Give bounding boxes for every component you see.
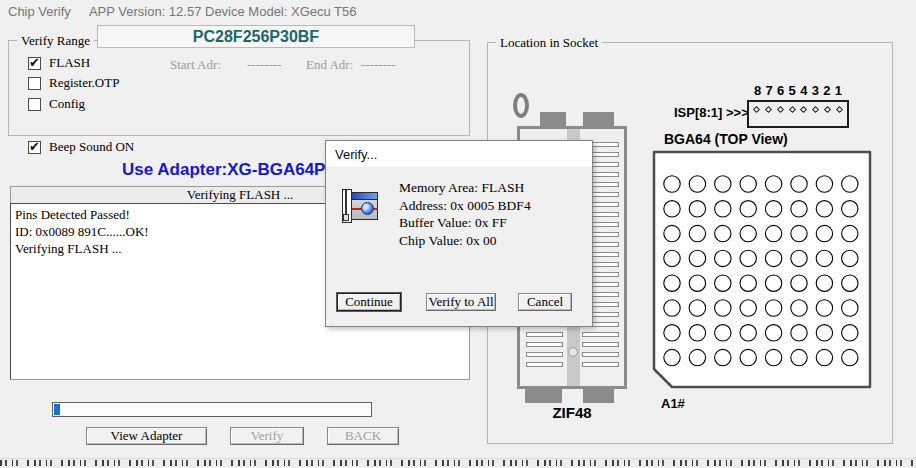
register-otp-checkbox-label: Register.OTP	[49, 75, 119, 91]
verify-dialog-info-line: Memory Area: FLASH	[399, 179, 531, 197]
checkmark-icon: ✔	[29, 139, 40, 154]
zif-channel-screw	[568, 347, 578, 357]
zif-bottom-tab	[525, 387, 562, 403]
beep-checkbox[interactable]: ✔	[28, 141, 41, 154]
window-subtitle: APP Version: 12.57 Device Model: XGecu T…	[89, 4, 357, 19]
continue-button[interactable]: Continue	[337, 293, 401, 311]
isp-pin-number: 7	[766, 83, 773, 98]
verify-dialog-title: Verify...	[335, 147, 377, 162]
window-titlebar: Chip VerifyAPP Version: 12.57 Device Mod…	[8, 4, 357, 19]
verify-dialog-info-line: Buffer Value: 0x FF	[399, 214, 531, 232]
zif-pin-slot	[526, 362, 563, 367]
isp-pin-icon	[836, 106, 843, 113]
isp-pin-number: 3	[812, 83, 819, 98]
end-adr-label: End Adr:	[306, 57, 353, 73]
isp-pin-number: 8	[754, 83, 761, 98]
checkbox-row-flash[interactable]: ✔ FLASH	[28, 56, 90, 70]
config-checkbox[interactable]	[28, 98, 41, 111]
bga64-diagram	[651, 149, 873, 394]
isp-pin-icon	[812, 106, 819, 113]
isp-pin-icon	[824, 106, 831, 113]
isp-pin-icon	[788, 106, 795, 113]
zif-pin-slot	[526, 352, 563, 357]
verify-button[interactable]: Verify	[230, 427, 304, 445]
progress-bar	[52, 402, 372, 417]
verify-range-label: Verify Range	[17, 33, 94, 49]
a1-marker-label: A1#	[661, 396, 685, 411]
isp-pin-numbers: 87654321	[747, 83, 849, 98]
verify-dialog-info-line: Address: 0x 0005 BDF4	[399, 197, 531, 215]
verify-dialog: Verify... Memory Area: FLASHAddress: 0x …	[325, 140, 593, 327]
zif-bottom-tab	[583, 387, 614, 403]
end-adr-value: --------	[361, 57, 396, 73]
flash-checkbox[interactable]: ✔	[28, 57, 41, 70]
zif48-label: ZIF48	[517, 404, 627, 421]
start-adr-label: Start Adr:	[170, 57, 221, 73]
bga64-label: BGA64 (TOP View)	[664, 131, 788, 147]
location-in-socket-label: Location in Socket	[496, 35, 602, 51]
checkbox-row-beep[interactable]: ✔ Beep Sound ON	[28, 140, 134, 154]
isp-pin-number: 1	[835, 83, 842, 98]
isp-label: ISP[8:1] >>>	[674, 105, 749, 120]
checkbox-row-register-otp[interactable]: Register.OTP	[28, 76, 119, 90]
isp-pin-icon	[753, 106, 760, 113]
isp-pin-icon	[765, 106, 772, 113]
checkmark-icon: ✔	[29, 55, 40, 70]
isp-pin-number: 5	[789, 83, 796, 98]
register-otp-checkbox[interactable]	[28, 77, 41, 90]
verify-utility-icon	[341, 189, 379, 225]
beep-checkbox-label: Beep Sound ON	[49, 139, 134, 155]
zif-top-tab	[540, 112, 566, 127]
start-adr-value: --------	[247, 57, 282, 73]
flash-checkbox-label: FLASH	[49, 55, 90, 71]
zif-pin-slot	[526, 342, 563, 347]
device-name-bar: PC28F256P30BF	[97, 25, 415, 48]
clipped-text-strip	[0, 458, 916, 468]
verify-dialog-info-line: Chip Value: 0x 00	[399, 232, 531, 250]
zif-top-tab	[583, 112, 614, 127]
window-title: Chip Verify	[8, 4, 71, 19]
zif-lever-icon	[513, 93, 529, 118]
log-header-text: Verifying FLASH ...	[187, 187, 294, 203]
config-checkbox-label: Config	[49, 96, 85, 112]
zif-pin-slot	[582, 352, 619, 357]
zif-pin-slot	[582, 332, 619, 337]
verify-dialog-info: Memory Area: FLASHAddress: 0x 0005 BDF4B…	[399, 179, 531, 249]
back-button[interactable]: BACK	[327, 427, 399, 445]
isp-pin-icon	[800, 106, 807, 113]
isp-connector	[747, 100, 849, 128]
progress-bar-fill	[54, 404, 60, 415]
verify-dialog-titlebar: Verify...	[326, 141, 592, 167]
zif-pin-slot	[582, 362, 619, 367]
chip-verify-window: Chip VerifyAPP Version: 12.57 Device Mod…	[0, 0, 916, 468]
view-adapter-button[interactable]: View Adapter	[86, 427, 207, 445]
zif-pin-slot	[582, 342, 619, 347]
adapter-notice: Use Adapter:XG-BGA64P(P2)	[122, 160, 358, 180]
isp-pin-number: 6	[777, 83, 784, 98]
zif-pin-slot	[526, 332, 563, 337]
isp-pin-number: 2	[823, 83, 830, 98]
verify-to-all-button[interactable]: Verify to All	[426, 293, 496, 311]
isp-pin-number: 4	[800, 83, 807, 98]
checkbox-row-config[interactable]: Config	[28, 97, 85, 111]
cancel-button[interactable]: Cancel	[518, 293, 572, 311]
device-name: PC28F256P30BF	[193, 28, 319, 46]
isp-pin-icon	[777, 106, 784, 113]
isp-pin-row	[754, 107, 842, 112]
